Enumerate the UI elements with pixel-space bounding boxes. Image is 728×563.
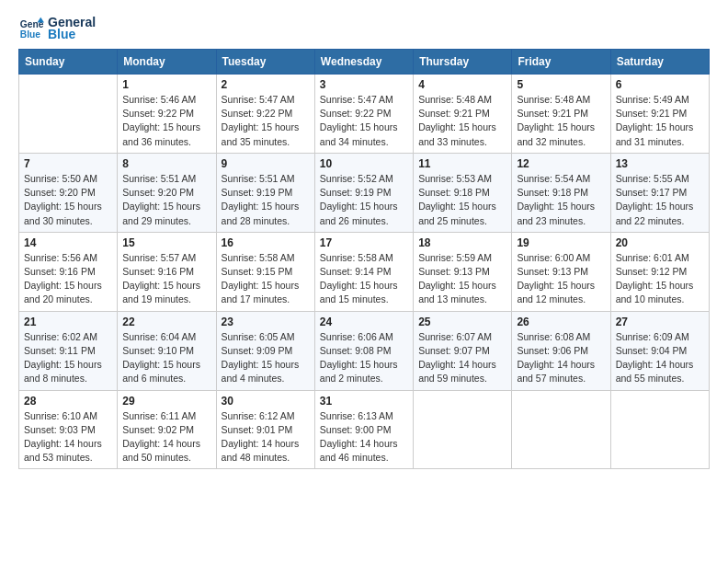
calendar-week-row: 7Sunrise: 5:50 AMSunset: 9:20 PMDaylight… xyxy=(19,153,710,232)
day-info: Sunrise: 5:53 AMSunset: 9:18 PMDaylight:… xyxy=(418,172,506,228)
day-info: Sunrise: 6:11 AMSunset: 9:02 PMDaylight:… xyxy=(122,409,210,465)
logo-icon: General Blue xyxy=(18,16,44,41)
day-number: 5 xyxy=(517,78,605,91)
day-number: 30 xyxy=(222,395,310,408)
day-info: Sunrise: 6:04 AMSunset: 9:10 PMDaylight:… xyxy=(122,330,210,386)
day-number: 16 xyxy=(222,236,310,249)
calendar-cell xyxy=(414,390,512,469)
calendar-body: 1Sunrise: 5:46 AMSunset: 9:22 PMDaylight… xyxy=(19,75,710,469)
day-info: Sunrise: 5:52 AMSunset: 9:19 PMDaylight:… xyxy=(320,172,408,228)
day-info: Sunrise: 6:07 AMSunset: 9:07 PMDaylight:… xyxy=(418,330,506,386)
calendar-cell: 12Sunrise: 5:54 AMSunset: 9:18 PMDayligh… xyxy=(512,153,610,232)
calendar-cell: 16Sunrise: 5:58 AMSunset: 9:15 PMDayligh… xyxy=(216,232,314,311)
day-info: Sunrise: 5:48 AMSunset: 9:21 PMDaylight:… xyxy=(418,93,506,149)
weekday-header-thursday: Thursday xyxy=(414,50,512,75)
day-number: 15 xyxy=(122,236,210,249)
day-number: 20 xyxy=(616,236,704,249)
day-info: Sunrise: 6:09 AMSunset: 9:04 PMDaylight:… xyxy=(616,330,704,386)
day-number: 13 xyxy=(616,157,704,170)
calendar-cell: 13Sunrise: 5:55 AMSunset: 9:17 PMDayligh… xyxy=(610,153,709,232)
day-info: Sunrise: 5:47 AMSunset: 9:22 PMDaylight:… xyxy=(320,93,408,149)
day-info: Sunrise: 5:49 AMSunset: 9:21 PMDaylight:… xyxy=(616,93,704,149)
day-number: 31 xyxy=(320,395,408,408)
calendar-cell: 17Sunrise: 5:58 AMSunset: 9:14 PMDayligh… xyxy=(314,232,413,311)
weekday-header-row: SundayMondayTuesdayWednesdayThursdayFrid… xyxy=(19,50,710,75)
day-number: 17 xyxy=(320,236,408,249)
day-number: 12 xyxy=(517,157,605,170)
weekday-header-sunday: Sunday xyxy=(19,50,118,75)
day-info: Sunrise: 6:05 AMSunset: 9:09 PMDaylight:… xyxy=(222,330,310,386)
day-info: Sunrise: 5:58 AMSunset: 9:14 PMDaylight:… xyxy=(320,251,408,307)
calendar-cell xyxy=(512,390,610,469)
day-number: 24 xyxy=(320,316,408,328)
day-number: 9 xyxy=(222,157,310,170)
day-number: 14 xyxy=(24,236,112,249)
day-info: Sunrise: 5:51 AMSunset: 9:20 PMDaylight:… xyxy=(122,172,210,228)
day-info: Sunrise: 5:55 AMSunset: 9:17 PMDaylight:… xyxy=(616,172,704,228)
calendar-cell: 8Sunrise: 5:51 AMSunset: 9:20 PMDaylight… xyxy=(118,153,216,232)
weekday-header-tuesday: Tuesday xyxy=(216,50,314,75)
calendar-week-row: 1Sunrise: 5:46 AMSunset: 9:22 PMDaylight… xyxy=(19,75,710,154)
day-number: 3 xyxy=(320,78,408,91)
calendar-cell: 27Sunrise: 6:09 AMSunset: 9:04 PMDayligh… xyxy=(610,311,709,390)
day-number: 26 xyxy=(517,316,605,328)
calendar-cell: 7Sunrise: 5:50 AMSunset: 9:20 PMDaylight… xyxy=(19,153,118,232)
calendar-cell: 15Sunrise: 5:57 AMSunset: 9:16 PMDayligh… xyxy=(118,232,216,311)
day-number: 1 xyxy=(122,78,210,91)
calendar-cell: 28Sunrise: 6:10 AMSunset: 9:03 PMDayligh… xyxy=(19,390,118,469)
day-info: Sunrise: 5:56 AMSunset: 9:16 PMDaylight:… xyxy=(24,251,112,307)
calendar-week-row: 28Sunrise: 6:10 AMSunset: 9:03 PMDayligh… xyxy=(19,390,710,469)
day-info: Sunrise: 5:58 AMSunset: 9:15 PMDaylight:… xyxy=(222,251,310,307)
calendar-cell: 4Sunrise: 5:48 AMSunset: 9:21 PMDaylight… xyxy=(414,75,512,154)
day-info: Sunrise: 5:48 AMSunset: 9:21 PMDaylight:… xyxy=(517,93,605,149)
calendar-cell: 24Sunrise: 6:06 AMSunset: 9:08 PMDayligh… xyxy=(314,311,413,390)
calendar-cell: 31Sunrise: 6:13 AMSunset: 9:00 PMDayligh… xyxy=(314,390,413,469)
calendar-cell: 18Sunrise: 5:59 AMSunset: 9:13 PMDayligh… xyxy=(414,232,512,311)
day-info: Sunrise: 6:00 AMSunset: 9:13 PMDaylight:… xyxy=(517,251,605,307)
day-number: 29 xyxy=(122,395,210,408)
calendar-cell: 5Sunrise: 5:48 AMSunset: 9:21 PMDaylight… xyxy=(512,75,610,154)
calendar-cell: 1Sunrise: 5:46 AMSunset: 9:22 PMDaylight… xyxy=(118,75,216,154)
day-number: 27 xyxy=(616,316,704,328)
weekday-header-monday: Monday xyxy=(118,50,216,75)
day-info: Sunrise: 5:59 AMSunset: 9:13 PMDaylight:… xyxy=(418,251,506,307)
day-info: Sunrise: 5:50 AMSunset: 9:20 PMDaylight:… xyxy=(24,172,112,228)
day-number: 8 xyxy=(122,157,210,170)
day-info: Sunrise: 5:46 AMSunset: 9:22 PMDaylight:… xyxy=(122,93,210,149)
weekday-header-saturday: Saturday xyxy=(610,50,709,75)
calendar-cell xyxy=(19,75,118,154)
day-info: Sunrise: 6:02 AMSunset: 9:11 PMDaylight:… xyxy=(24,330,112,386)
logo: General Blue General Blue xyxy=(18,15,96,41)
day-number: 18 xyxy=(418,236,506,249)
svg-text:Blue: Blue xyxy=(20,29,41,40)
day-number: 7 xyxy=(24,157,112,170)
day-number: 28 xyxy=(24,395,112,408)
day-info: Sunrise: 5:51 AMSunset: 9:19 PMDaylight:… xyxy=(222,172,310,228)
day-number: 6 xyxy=(616,78,704,91)
calendar-cell: 25Sunrise: 6:07 AMSunset: 9:07 PMDayligh… xyxy=(414,311,512,390)
calendar-cell: 2Sunrise: 5:47 AMSunset: 9:22 PMDaylight… xyxy=(216,75,314,154)
day-number: 21 xyxy=(24,316,112,328)
day-number: 10 xyxy=(320,157,408,170)
calendar-cell: 6Sunrise: 5:49 AMSunset: 9:21 PMDaylight… xyxy=(610,75,709,154)
calendar-week-row: 14Sunrise: 5:56 AMSunset: 9:16 PMDayligh… xyxy=(19,232,710,311)
day-number: 22 xyxy=(122,316,210,328)
day-number: 4 xyxy=(418,78,506,91)
calendar-cell: 3Sunrise: 5:47 AMSunset: 9:22 PMDaylight… xyxy=(314,75,413,154)
weekday-header-friday: Friday xyxy=(512,50,610,75)
day-info: Sunrise: 6:13 AMSunset: 9:00 PMDaylight:… xyxy=(320,409,408,465)
day-number: 2 xyxy=(222,78,310,91)
calendar-cell: 14Sunrise: 5:56 AMSunset: 9:16 PMDayligh… xyxy=(19,232,118,311)
page-header: General Blue General Blue xyxy=(18,15,710,41)
calendar-cell: 22Sunrise: 6:04 AMSunset: 9:10 PMDayligh… xyxy=(118,311,216,390)
calendar-cell: 19Sunrise: 6:00 AMSunset: 9:13 PMDayligh… xyxy=(512,232,610,311)
day-number: 19 xyxy=(517,236,605,249)
calendar-header: SundayMondayTuesdayWednesdayThursdayFrid… xyxy=(19,50,710,75)
day-info: Sunrise: 6:01 AMSunset: 9:12 PMDaylight:… xyxy=(616,251,704,307)
day-info: Sunrise: 5:54 AMSunset: 9:18 PMDaylight:… xyxy=(517,172,605,228)
day-number: 11 xyxy=(418,157,506,170)
calendar-table: SundayMondayTuesdayWednesdayThursdayFrid… xyxy=(18,49,710,469)
calendar-cell: 23Sunrise: 6:05 AMSunset: 9:09 PMDayligh… xyxy=(216,311,314,390)
calendar-cell: 21Sunrise: 6:02 AMSunset: 9:11 PMDayligh… xyxy=(19,311,118,390)
day-info: Sunrise: 6:06 AMSunset: 9:08 PMDaylight:… xyxy=(320,330,408,386)
